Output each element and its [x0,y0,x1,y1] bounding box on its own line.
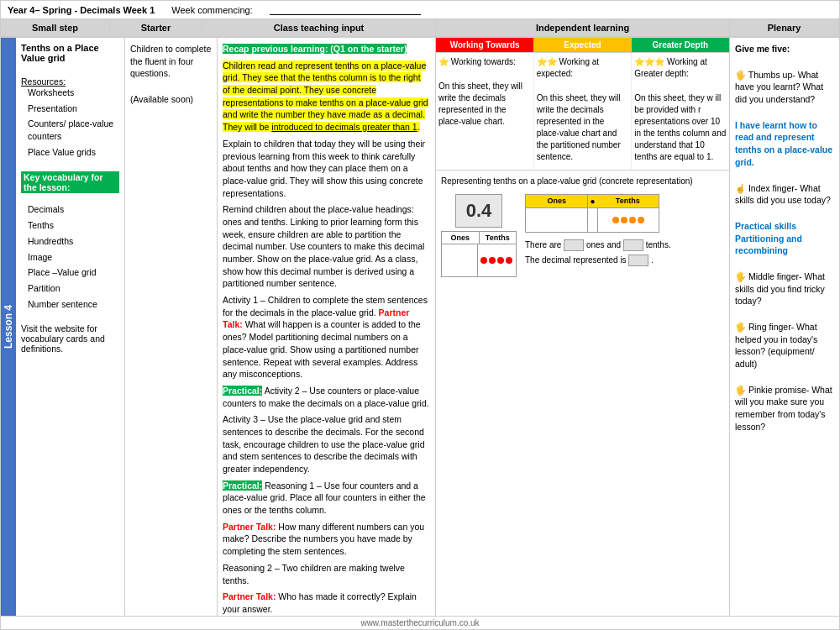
header-class-input: Class teaching input [202,19,436,36]
fill-decimal [628,255,648,266]
header-starter: Starter [110,19,202,36]
plenary-thumb: 🖐 Thumbs up- What have you learnt? What … [735,69,834,106]
top-bar: Year 4– Spring - Decimals Week 1 Week co… [1,1,839,19]
dot-r-4 [638,217,644,223]
plenary-title: Give me five: [735,43,834,55]
footer: www.masterthecurriculum.co.uk [1,616,839,629]
ind-col-gd: ⭐⭐⭐ Working at Greater depth: On this sh… [632,53,729,170]
page-title: Year 4– Spring - Decimals Week 1 [8,5,155,15]
partner-talk3: Partner Talk: Who has made it correctly?… [223,591,430,615]
partner-talk2: Partner Talk: How many different numbers… [223,521,430,558]
ind-col-exp: ⭐⭐ Working at expected: On this sheet, t… [534,53,633,170]
dot-r-2 [621,217,627,223]
dot-1 [480,257,487,264]
pv-right: Ones ● Tenths [525,194,671,268]
fill-ones [564,239,584,251]
pv-sentences: There are ones and tenths. The decimal r… [525,238,671,268]
activity1: Activity 1 – Children to complete the st… [223,294,430,381]
plenary-index: ☝ Index finger- What skills did you use … [735,182,834,207]
visit-text: Visit the website for vocabulary cards a… [21,323,119,354]
dot-r-1 [612,217,619,223]
practical1: Practical: Activity 2 – Use counters or … [223,385,430,409]
reasoning2: Reasoning 2 – Two children are making tw… [223,562,430,586]
vocab-list: Decimals Tenths Hundredths Image Place –… [28,203,119,310]
pv-diagram: 0.4 Ones Tenths [441,194,724,277]
fill-tenths [623,239,643,251]
pv-number-display: 0.4 [455,194,503,228]
resources-list: Worksheets Presentation Counters/ place-… [28,87,119,158]
practical2: Practical: Reasoning 1 – Use four counte… [223,480,430,517]
ind-body: ⭐ Working towards: On this sheet, they w… [436,53,729,171]
week-label: Week commencing: [171,5,252,15]
pv-left: 0.4 Ones Tenths [441,194,517,277]
col-plenary: Give me five: 🖐 Thumbs up- What have you… [730,38,839,616]
header-row: Small step Starter Class teaching input … [1,19,839,38]
pv-left-grid: Ones Tenths [441,231,517,277]
pv-right-grid: Ones ● Tenths [525,194,659,233]
resources-label: Resources: [21,76,119,87]
diagram-title: Representing tenths on a place-value gri… [441,176,724,187]
dot-2 [489,257,496,264]
ind-header-exp: Expected [533,38,631,52]
recap-line: Recap previous learning: (Q1 on the star… [223,43,430,55]
col-independent: Working Towards Expected Greater Depth ⭐… [436,38,730,616]
ind-header-gd: Greater Depth [632,38,729,52]
lesson-title: Tenths on a Place Value grid [21,43,119,63]
columns-wrapper: Tenths on a Place Value grid Resources: … [16,38,839,616]
week-line [270,4,421,15]
header-independent: Independent learning [436,19,730,36]
plenary-middle: 🖐 Middle finger- What skills did you fin… [735,270,834,307]
class-para3: Remind children about the place-value he… [223,203,430,290]
starter-text: Children to complete the fluent in four … [130,43,212,80]
dot-3 [497,257,504,264]
header-plenary: Plenary [730,19,839,36]
col-class-input: Recap previous learning: (Q1 on the star… [218,38,436,616]
class-para2: Explain to children that today they will… [223,138,430,199]
plenary-learnt: I have learnt how to read and represent … [735,119,834,169]
ind-header-row: Working Towards Expected Greater Depth [436,38,729,53]
ind-header-wt: Working Towards [436,38,533,52]
lesson-label: Lesson 4 [1,38,16,616]
dot-r-3 [629,217,636,223]
dot-4 [506,257,512,264]
activity3: Activity 3 – Use the place-value grid an… [223,413,430,475]
col-starter: Children to complete the fluent in four … [125,38,218,616]
ind-diagram-section: Representing tenths on a place-value gri… [436,171,729,282]
class-para1: Children read and represent tenths on a … [223,60,430,134]
plenary-pinkie: 🖐 Pinkie promise- What will you make sur… [735,384,834,433]
col-small-step: Tenths on a Place Value grid Resources: … [16,38,125,616]
plenary-ring: 🖐 Ring finger- What helped you in today'… [735,321,834,370]
plenary-practical: Practical skillsPartitioning and recombi… [735,220,834,257]
header-small-step: Small step [1,19,110,36]
ind-col-wt: ⭐ Working towards: On this sheet, they w… [436,53,534,170]
main-content: Lesson 4 Tenths on a Place Value grid Re… [1,38,839,616]
starter-available: (Available soon) [130,93,212,106]
key-vocab-label: Key vocabulary for the lesson: [21,171,119,193]
